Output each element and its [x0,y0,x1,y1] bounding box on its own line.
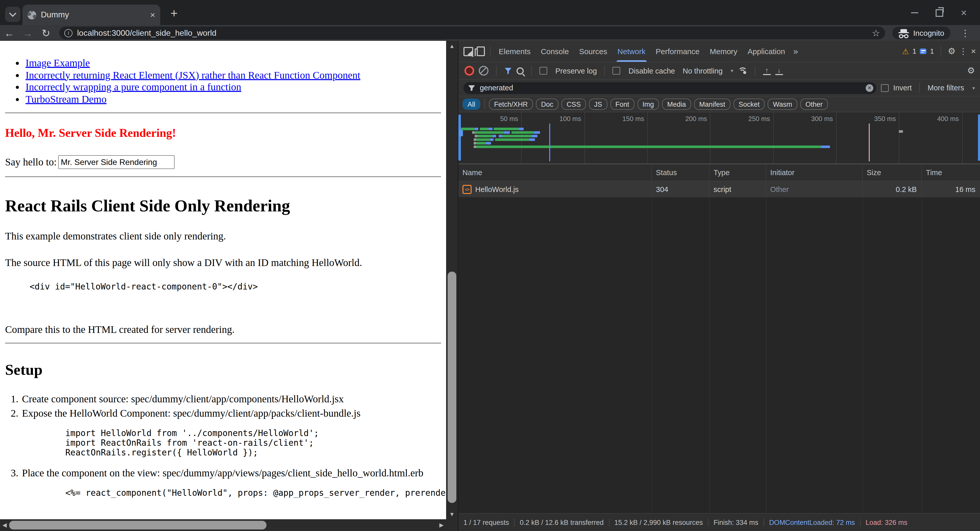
window-close-icon[interactable]: × [961,8,967,18]
preserve-log-checkbox[interactable] [539,67,547,75]
url-text[interactable]: localhost:3000/client_side_hello_world [77,28,867,38]
tab-memory[interactable]: Memory [705,41,742,62]
browser-menu-icon[interactable]: ⋮ [958,27,973,39]
say-hello-label: Say hello to: [5,156,57,168]
network-overview[interactable]: 50 ms100 ms150 ms200 ms250 ms300 ms350 m… [458,112,980,164]
chip-other[interactable]: Other [800,99,828,110]
more-tabs-icon[interactable]: » [790,46,801,56]
page-vertical-scrollbar[interactable]: ▲ ▼ [446,41,458,519]
tab-application[interactable]: Application [742,41,790,62]
request-type-chips: All Fetch/XHR Doc CSS JS Font Img Media … [458,97,980,112]
devtools-menu-icon[interactable]: ⋮ [959,46,967,56]
chip-media[interactable]: Media [662,99,691,110]
chip-socket[interactable]: Socket [733,99,765,110]
clear-network-log-icon[interactable] [479,66,488,76]
tab-close-icon[interactable]: × [150,10,155,19]
chip-fetch-xhr[interactable]: Fetch/XHR [489,99,533,110]
column-initiator[interactable]: Initiator [766,164,862,181]
waterfall-bar [490,139,493,141]
chip-wasm[interactable]: Wasm [768,99,797,110]
divider [5,343,441,344]
browser-tab[interactable]: Dummy × [22,5,160,25]
network-conditions-icon[interactable] [738,67,747,74]
scroll-up-icon[interactable]: ▲ [446,41,458,51]
back-icon[interactable]: ← [0,27,18,38]
search-icon[interactable] [517,67,524,74]
throttling-select[interactable]: No throttling [682,67,722,75]
device-toolbar-icon[interactable] [477,46,485,56]
devtools-close-icon[interactable]: × [971,46,976,56]
waterfall-bar [504,131,510,134]
overview-right-grip[interactable] [978,114,980,161]
filter-input[interactable] [479,83,862,92]
network-table-body: <> HelloWorld.js 304 script Other 0.2 kB… [458,181,980,513]
network-settings-icon[interactable]: ⚙ [967,66,975,75]
table-row[interactable]: <> HelloWorld.js 304 script Other 0.2 kB… [458,181,980,198]
inspect-element-icon[interactable] [463,47,473,56]
overview-grip-handle[interactable] [459,130,463,136]
chip-manifest[interactable]: Manifest [694,99,730,110]
bookmark-star-icon[interactable]: ☆ [872,28,880,38]
scroll-right-icon[interactable]: ▶ [437,519,446,531]
filter-icon[interactable] [504,67,512,74]
export-har-icon[interactable]: ↓ [775,67,783,75]
invert-checkbox[interactable] [881,84,889,92]
chip-doc[interactable]: Doc [536,99,558,110]
name-input[interactable] [58,155,175,169]
column-size[interactable]: Size [862,164,922,181]
new-tab-button[interactable]: + [167,6,181,20]
overview-left-grip[interactable] [458,114,461,161]
waterfall-bar [488,128,492,130]
waterfall-bar [476,139,490,141]
horizontal-scroll-thumb[interactable] [9,521,266,529]
vertical-scroll-thumb[interactable] [448,272,456,503]
site-info-icon[interactable]: i [64,29,73,37]
request-name-cell[interactable]: <> HelloWorld.js [458,181,652,197]
tab-elements[interactable]: Elements [493,41,536,62]
forward-icon[interactable]: → [18,27,37,38]
chip-img[interactable]: Img [637,99,659,110]
reload-icon[interactable]: ↻ [37,27,55,38]
chip-css[interactable]: CSS [562,99,586,110]
warning-icon[interactable]: ⚠ [902,48,909,55]
link-turbostream[interactable]: TurboStream Demo [25,93,107,104]
domcontentloaded-time: DOMContentLoaded: 72 ms [764,518,860,526]
link-incorrect-jsx[interactable]: Incorrectly returning React Element (JSX… [25,69,360,80]
column-time[interactable]: Time [922,164,980,181]
link-incorrect-wrap[interactable]: Incorrectly wrapping a pure component in… [25,81,241,92]
incognito-badge: Incognito [892,27,950,39]
issues-icon[interactable] [920,48,927,54]
chip-js[interactable]: JS [589,99,608,110]
chip-font[interactable]: Font [610,99,634,110]
column-name[interactable]: Name [458,164,652,181]
tab-console[interactable]: Console [536,41,574,62]
waterfall-bar [493,128,519,130]
record-network-log-icon[interactable] [465,66,474,76]
request-initiator-cell[interactable]: Other [766,181,862,197]
divider [5,176,441,177]
devtools-settings-icon[interactable]: ⚙ [948,47,956,56]
waterfall-bar [899,130,903,133]
window-restore-icon[interactable] [936,9,943,17]
import-har-icon[interactable]: ↑ [763,67,770,75]
clear-filter-icon[interactable]: × [865,84,873,92]
tab-network[interactable]: Network [612,41,651,62]
setup-item: 3. Place the component on the view: spec… [5,467,446,479]
tab-search-button[interactable] [5,6,21,22]
column-status[interactable]: Status [652,164,710,181]
scroll-left-icon[interactable]: ◀ [0,519,9,531]
chip-all[interactable]: All [463,99,480,110]
setup-item: 2. Expose the HelloWorld Component: spec… [5,407,446,419]
invert-label: Invert [893,84,912,92]
disable-cache-checkbox[interactable] [613,67,620,75]
page-horizontal-scrollbar[interactable]: ◀ ▶ [0,519,446,531]
address-bar[interactable]: i localhost:3000/client_side_hello_world… [59,27,885,39]
list-item: Incorrectly returning React Element (JSX… [25,69,446,81]
window-minimize-icon[interactable] [912,12,918,13]
scroll-down-icon[interactable]: ▼ [446,509,458,519]
tab-performance[interactable]: Performance [651,41,705,62]
column-type[interactable]: Type [710,164,766,181]
tab-sources[interactable]: Sources [574,41,612,62]
more-filters-button[interactable]: More filters [928,84,964,92]
link-image-example[interactable]: Image Example [25,57,90,69]
